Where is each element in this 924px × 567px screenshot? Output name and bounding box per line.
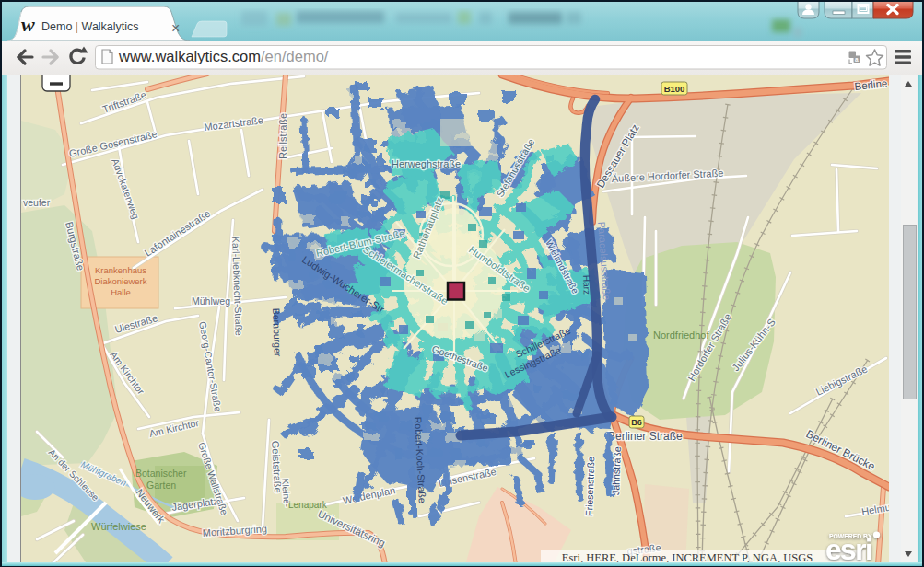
svg-text:Harz: Harz — [581, 275, 592, 295]
svg-text:Bernburger: Bernburger — [271, 308, 284, 357]
svg-text:Kleine-: Kleine- — [280, 478, 292, 507]
svg-text:Garten: Garten — [146, 480, 176, 491]
svg-text:Botanischer: Botanischer — [135, 468, 187, 479]
svg-text:Mühlweg: Mühlweg — [192, 295, 230, 307]
svg-text:Berliner Straße: Berliner Straße — [608, 430, 683, 443]
svg-text:Jahnstraße: Jahnstraße — [610, 446, 623, 495]
svg-text:Esri, HERE, DeLorme, INCREMENT: Esri, HERE, DeLorme, INCREMENT P, NGA, U… — [562, 551, 813, 563]
svg-text:Halle: Halle — [111, 287, 131, 297]
svg-text:Reilstraße: Reilstraße — [277, 113, 288, 159]
svg-text:Friesenstraße: Friesenstraße — [583, 457, 596, 516]
svg-text:a: a — [855, 56, 859, 63]
svg-text:B6: B6 — [631, 418, 642, 427]
svg-text:veufer: veufer — [23, 197, 51, 208]
svg-text:Demo | Walkalytics: Demo | Walkalytics — [41, 20, 139, 33]
svg-text:Krankenhaus: Krankenhaus — [95, 265, 146, 275]
svg-text:Diakoniewerk: Diakoniewerk — [94, 276, 146, 286]
svg-text:Würfelwiese: Würfelwiese — [91, 521, 146, 532]
svg-text:esri: esri — [825, 533, 871, 563]
svg-text:×: × — [171, 20, 180, 36]
svg-text:Herweghstraße: Herweghstraße — [392, 158, 461, 169]
svg-text:www.walkalytics.com/en/demo/: www.walkalytics.com/en/demo/ — [118, 48, 329, 64]
svg-text:Lenapark: Lenapark — [288, 500, 328, 510]
svg-text:Nordfriedhof: Nordfriedhof — [653, 330, 709, 341]
svg-text:w: w — [21, 13, 35, 36]
svg-text:B100: B100 — [664, 84, 685, 94]
